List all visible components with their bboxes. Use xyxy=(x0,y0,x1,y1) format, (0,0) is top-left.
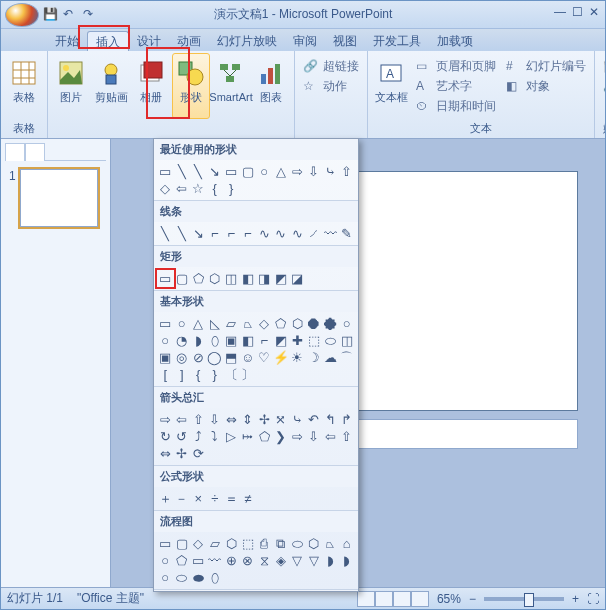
rect-rounddiag[interactable]: ◩ xyxy=(273,270,290,287)
a-curve-u[interactable]: ⤴ xyxy=(190,428,207,445)
f-sort[interactable]: ◈ xyxy=(273,552,290,569)
action-button[interactable]: ☆动作 xyxy=(299,77,363,96)
tab-slideshow[interactable]: 幻灯片放映 xyxy=(209,31,285,51)
close-icon[interactable]: ✕ xyxy=(589,5,599,19)
movie-button[interactable]: 🎬影片 xyxy=(599,57,606,76)
b-can[interactable]: ⬭ xyxy=(322,332,339,349)
a-3[interactable]: ⤧ xyxy=(273,411,290,428)
b-block[interactable]: ◯ xyxy=(207,349,224,366)
b-oct[interactable]: ⯄ xyxy=(322,315,339,332)
f-sum[interactable]: ⊕ xyxy=(223,552,240,569)
b-plaque[interactable]: ⬚ xyxy=(306,332,323,349)
b-oval[interactable]: ○ xyxy=(174,315,191,332)
b-hept[interactable]: ⯃ xyxy=(306,315,323,332)
f-card[interactable]: ▭ xyxy=(190,552,207,569)
textbox-button[interactable]: A文本框 xyxy=(372,53,410,119)
a-rcall[interactable]: ⇨ xyxy=(289,428,306,445)
a-ud[interactable]: ⇕ xyxy=(240,411,257,428)
b-pent[interactable]: ⬠ xyxy=(273,315,290,332)
f-prep[interactable]: ⬡ xyxy=(306,535,323,552)
shape-arrow-l[interactable]: ⇦ xyxy=(174,180,191,197)
b-tear[interactable]: ⬯ xyxy=(207,332,224,349)
zoom-in-icon[interactable]: + xyxy=(572,592,579,606)
a-chev[interactable]: ❯ xyxy=(273,428,290,445)
eq-minus[interactable]: － xyxy=(174,490,191,507)
shape-arrow-u[interactable]: ⇧ xyxy=(339,163,356,180)
line-elbow2[interactable]: ⌐ xyxy=(223,225,240,242)
a-lr[interactable]: ⇔ xyxy=(223,411,240,428)
a-b2[interactable]: ↱ xyxy=(339,411,356,428)
rect-snipround[interactable]: ◪ xyxy=(289,270,306,287)
f-data[interactable]: ▱ xyxy=(207,535,224,552)
f-multi[interactable]: ⧉ xyxy=(273,535,290,552)
shape-conn2[interactable]: ⤷ xyxy=(322,163,339,180)
f-dir[interactable]: ⬬ xyxy=(190,569,207,586)
a-curve-l[interactable]: ↺ xyxy=(174,428,191,445)
outline-tab[interactable] xyxy=(25,143,45,161)
rect-snip2[interactable]: ⬡ xyxy=(207,270,224,287)
undo-icon[interactable]: ↶ xyxy=(63,7,79,23)
b-bevel[interactable]: ▣ xyxy=(157,349,174,366)
b-cross[interactable]: ✚ xyxy=(289,332,306,349)
zoom-slider[interactable] xyxy=(484,597,564,601)
b-brace-r[interactable]: } xyxy=(207,366,224,383)
fit-icon[interactable]: ⛶ xyxy=(587,592,599,606)
b-moon[interactable]: ☽ xyxy=(306,349,323,366)
f-pred[interactable]: ⬡ xyxy=(223,535,240,552)
f-delay[interactable]: ◗ xyxy=(339,552,356,569)
eq-plus[interactable]: ＋ xyxy=(157,490,174,507)
eq-neq[interactable]: ≠ xyxy=(240,490,257,507)
slide-thumbnail-1[interactable]: 1 xyxy=(5,165,106,231)
datetime-button[interactable]: ⏲日期和时间 xyxy=(412,97,500,116)
f-mag[interactable]: ⬭ xyxy=(174,569,191,586)
a-curve-r[interactable]: ↻ xyxy=(157,428,174,445)
f-man[interactable]: ⏢ xyxy=(322,535,339,552)
line-elbow[interactable]: ⌐ xyxy=(207,225,224,242)
f-conn[interactable]: ○ xyxy=(157,552,174,569)
tab-addins[interactable]: 加载项 xyxy=(429,31,481,51)
line-2[interactable]: ╲ xyxy=(174,225,191,242)
picture-button[interactable]: 图片 xyxy=(52,53,90,119)
shape-oval[interactable]: ○ xyxy=(256,163,273,180)
wordart-button[interactable]: A艺术字 xyxy=(412,77,500,96)
f-tape[interactable]: 〰 xyxy=(207,552,224,569)
f-alt[interactable]: ▢ xyxy=(174,535,191,552)
f-merge[interactable]: ▽ xyxy=(306,552,323,569)
b-half[interactable]: ◧ xyxy=(240,332,257,349)
tab-animation[interactable]: 动画 xyxy=(169,31,209,51)
zoom-out-icon[interactable]: − xyxy=(469,592,476,606)
a-strip-r[interactable]: ▷ xyxy=(223,428,240,445)
a-lcall[interactable]: ⇦ xyxy=(322,428,339,445)
shape-diamond[interactable]: ◇ xyxy=(157,180,174,197)
f-coll[interactable]: ⧖ xyxy=(256,552,273,569)
b-noentry[interactable]: ⊘ xyxy=(190,349,207,366)
b-brack-l[interactable]: [ xyxy=(157,366,174,383)
shape-textbox[interactable]: ▭ xyxy=(157,163,174,180)
b-donut[interactable]: ◎ xyxy=(174,349,191,366)
hyperlink-button[interactable]: 🔗超链接 xyxy=(299,57,363,76)
slides-tab[interactable] xyxy=(5,143,25,161)
shape-connector[interactable]: ↘ xyxy=(207,163,224,180)
shape-brace-l[interactable]: { xyxy=(207,180,224,197)
table-button[interactable]: 表格 xyxy=(5,53,43,119)
b-sun[interactable]: ☀ xyxy=(289,349,306,366)
shape-arrow-d[interactable]: ⇩ xyxy=(306,163,323,180)
b-chord[interactable]: ◗ xyxy=(190,332,207,349)
eq-eq[interactable]: ＝ xyxy=(223,490,240,507)
shape-triangle[interactable]: △ xyxy=(273,163,290,180)
f-ext[interactable]: ▽ xyxy=(289,552,306,569)
a-quad[interactable]: ✢ xyxy=(256,411,273,428)
b-trap[interactable]: ⏢ xyxy=(240,315,257,332)
rect-round1[interactable]: ◧ xyxy=(240,270,257,287)
b-para[interactable]: ▱ xyxy=(223,315,240,332)
b-lshape[interactable]: ⌐ xyxy=(256,332,273,349)
chart-button[interactable]: 图表 xyxy=(252,53,290,119)
f-int[interactable]: ⬚ xyxy=(240,535,257,552)
b-frame[interactable]: ▣ xyxy=(223,332,240,349)
b-diag[interactable]: ◩ xyxy=(273,332,290,349)
line-free[interactable]: ⟋ xyxy=(306,225,323,242)
shape-brace-r[interactable]: } xyxy=(223,180,240,197)
slidenum-button[interactable]: #幻灯片编号 xyxy=(502,57,590,76)
line-1[interactable]: ╲ xyxy=(157,225,174,242)
f-man2[interactable]: ⌂ xyxy=(339,535,356,552)
